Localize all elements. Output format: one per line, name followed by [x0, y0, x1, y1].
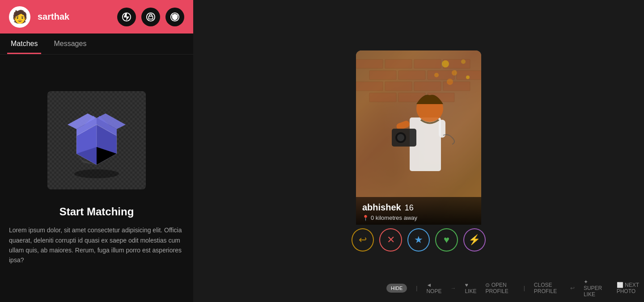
briefcase-icon-button[interactable] — [141, 8, 160, 26]
tab-matches[interactable]: Matches — [7, 34, 41, 54]
nope-link[interactable]: ◄ NOPE — [426, 282, 441, 294]
action-buttons: ↩ ✕ ★ ♥ ⚡ — [352, 222, 486, 252]
boost-button[interactable]: ⚡ — [463, 228, 486, 252]
tab-messages[interactable]: Messages — [50, 34, 90, 54]
sidebar: 🧑 sarthak — [0, 0, 193, 302]
close-profile-link[interactable]: CLOSE PROFILE — [534, 282, 561, 294]
svg-rect-40 — [385, 82, 412, 91]
shield-icon-button[interactable] — [165, 8, 184, 26]
svg-point-50 — [466, 76, 470, 79]
svg-point-46 — [442, 60, 449, 67]
box-illustration — [43, 91, 150, 198]
svg-rect-33 — [414, 59, 441, 68]
like-link[interactable]: ♥ LIKE — [465, 282, 476, 294]
profile-card[interactable]: abhishek 16 📍 0 kilometres away — [356, 50, 481, 225]
start-matching-description: Lorem ipsum dolor, sit amet consectetur … — [9, 225, 184, 265]
nope-button[interactable]: ✕ — [379, 228, 402, 252]
profile-card-wrapper: abhishek 16 📍 0 kilometres away ↩ ✕ ★ — [356, 59, 481, 225]
svg-rect-43 — [369, 93, 396, 102]
svg-rect-32 — [385, 59, 412, 68]
bottom-action-bar: HIDE | ◄ NOPE → ♥ LIKE ⊙ OPEN PROFILE | … — [386, 279, 644, 298]
profile-name: abhishek — [362, 202, 401, 213]
tabs-bar: Matches Messages — [0, 34, 193, 55]
profile-distance: 📍 0 kilometres away — [362, 214, 475, 221]
sidebar-content: Start Matching Lorem ipsum dolor, sit am… — [0, 55, 193, 302]
like-button[interactable]: ♥ — [435, 228, 458, 252]
boost-icon-button[interactable] — [117, 8, 136, 26]
profile-age: 16 — [405, 203, 414, 213]
start-matching-title: Start Matching — [59, 206, 134, 218]
svg-rect-39 — [356, 82, 383, 91]
location-icon: 📍 — [362, 215, 369, 221]
svg-point-47 — [452, 70, 457, 76]
svg-rect-41 — [414, 82, 441, 91]
svg-rect-35 — [369, 71, 396, 80]
svg-point-49 — [447, 79, 453, 85]
avatar[interactable]: 🧑 — [9, 6, 30, 28]
header-icons — [117, 8, 184, 26]
undo-button[interactable]: ↩ — [352, 228, 374, 252]
open-profile-link[interactable]: ⊙ OPEN PROFILE — [485, 282, 514, 294]
svg-point-51 — [434, 73, 439, 77]
star-button[interactable]: ★ — [407, 228, 430, 252]
svg-rect-31 — [356, 59, 383, 68]
profile-name-age-row: abhishek 16 — [362, 202, 475, 213]
svg-point-48 — [461, 59, 466, 64]
next-photo-link[interactable]: ⬜ NEXT PHOTO — [617, 282, 644, 294]
svg-rect-36 — [398, 71, 425, 80]
profile-photo-container: abhishek 16 📍 0 kilometres away — [356, 50, 481, 225]
svg-rect-37 — [428, 71, 454, 80]
svg-point-58 — [397, 134, 404, 141]
profile-info-overlay: abhishek 16 📍 0 kilometres away — [356, 197, 481, 225]
username-label: sarthak — [38, 12, 110, 22]
hide-button[interactable]: HIDE — [386, 284, 407, 293]
super-like-link[interactable]: ✦ SUPER LIKE — [584, 279, 608, 298]
svg-point-9 — [74, 169, 119, 178]
main-content: abhishek 16 📍 0 kilometres away ↩ ✕ ★ — [193, 0, 644, 302]
sidebar-header: 🧑 sarthak — [0, 0, 193, 34]
